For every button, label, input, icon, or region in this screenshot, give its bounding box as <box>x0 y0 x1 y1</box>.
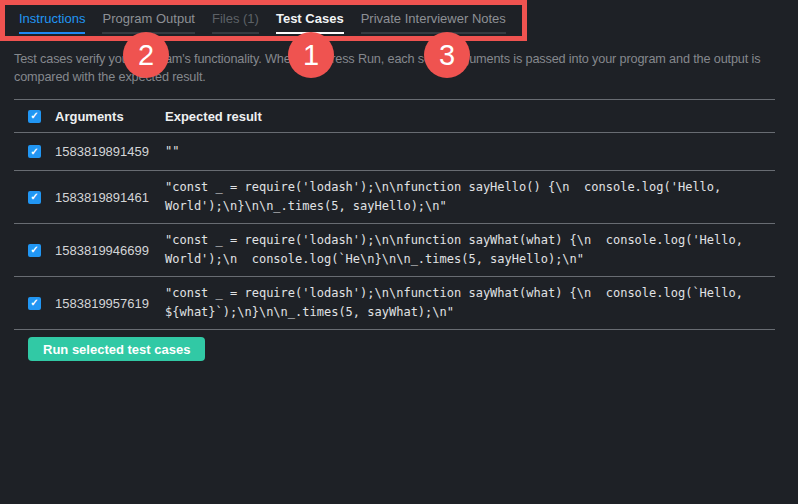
table-row: 1583819891459 "" <box>14 133 775 171</box>
column-header-arguments: Arguments <box>55 109 165 124</box>
row-arguments: 1583819891459 <box>55 144 165 159</box>
table-header-row: Arguments Expected result <box>14 100 775 133</box>
row-expected-result: "const _ = require('lodash');\n\nfunctio… <box>165 231 775 269</box>
run-selected-test-cases-button[interactable]: Run selected test cases <box>28 337 205 361</box>
row-checkbox[interactable] <box>28 244 41 257</box>
row-checkbox[interactable] <box>28 145 41 158</box>
row-expected-result: "const _ = require('lodash');\n\nfunctio… <box>165 284 775 322</box>
test-cases-description: Test cases verify your program's functio… <box>14 50 771 86</box>
test-cases-content: Test cases verify your program's functio… <box>0 50 798 361</box>
tab-instructions[interactable]: Instructions <box>19 11 85 34</box>
table-row: 1583819957619 "const _ = require('lodash… <box>14 277 775 330</box>
select-all-cell <box>14 110 55 123</box>
tab-private-interviewer-notes[interactable]: Private Interviewer Notes <box>361 11 506 34</box>
table-row: 1583819891461 "const _ = require('lodash… <box>14 171 775 224</box>
row-checkbox[interactable] <box>28 191 41 204</box>
row-checkbox-cell <box>14 191 55 204</box>
tab-bar: Instructions Program Output Files (1) Te… <box>0 0 798 40</box>
row-checkbox-cell <box>14 244 55 257</box>
tab-test-cases[interactable]: Test Cases <box>276 11 344 34</box>
test-cases-table: Arguments Expected result 1583819891459 … <box>14 99 775 330</box>
row-checkbox[interactable] <box>28 297 41 310</box>
row-arguments: 1583819891461 <box>55 190 165 205</box>
test-cases-panel: Instructions Program Output Files (1) Te… <box>0 0 798 504</box>
row-checkbox-cell <box>14 145 55 158</box>
row-arguments: 1583819957619 <box>55 296 165 311</box>
select-all-checkbox[interactable] <box>28 110 41 123</box>
row-checkbox-cell <box>14 297 55 310</box>
tab-files[interactable]: Files (1) <box>212 11 259 34</box>
table-row: 1583819946699 "const _ = require('lodash… <box>14 224 775 277</box>
row-arguments: 1583819946699 <box>55 243 165 258</box>
tab-program-output[interactable]: Program Output <box>102 11 195 34</box>
row-expected-result: "" <box>165 142 775 161</box>
row-expected-result: "const _ = require('lodash');\n\nfunctio… <box>165 178 775 216</box>
column-header-expected-result: Expected result <box>165 109 775 124</box>
